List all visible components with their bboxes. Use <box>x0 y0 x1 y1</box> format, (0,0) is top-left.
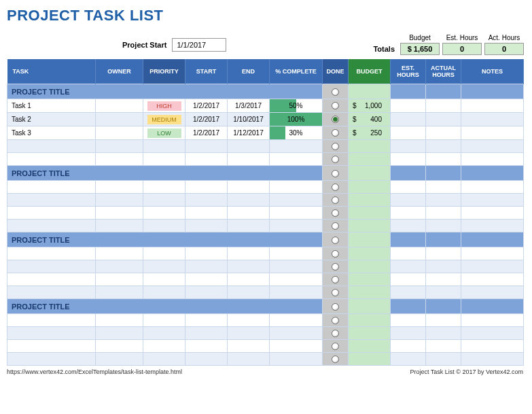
cell[interactable] <box>391 232 426 247</box>
cell[interactable] <box>270 181 323 194</box>
budget-cell[interactable] <box>349 299 391 314</box>
cell[interactable] <box>391 153 426 166</box>
cell[interactable] <box>349 194 391 207</box>
cell[interactable] <box>185 273 228 286</box>
cell[interactable] <box>391 353 426 366</box>
priority-cell[interactable]: LOW <box>143 126 185 140</box>
cell[interactable] <box>96 260 143 273</box>
cell[interactable] <box>391 247 426 260</box>
cell[interactable] <box>461 153 524 166</box>
cell[interactable] <box>185 340 228 353</box>
cell[interactable] <box>461 232 524 247</box>
radio-icon[interactable] <box>332 116 339 123</box>
cell[interactable] <box>461 353 524 366</box>
radio-icon[interactable] <box>332 250 339 258</box>
end-cell[interactable]: 1/12/2017 <box>228 126 270 140</box>
cell[interactable] <box>461 194 524 207</box>
cell[interactable] <box>270 286 323 299</box>
cell[interactable] <box>349 181 391 194</box>
done-cell[interactable] <box>323 299 349 314</box>
cell[interactable] <box>185 247 228 260</box>
cell[interactable] <box>391 286 426 299</box>
cell[interactable] <box>7 327 96 340</box>
cell[interactable] <box>323 220 349 232</box>
cell[interactable] <box>143 286 185 299</box>
cell[interactable] <box>461 286 524 299</box>
cell[interactable] <box>349 340 391 353</box>
cell[interactable] <box>143 273 185 286</box>
cell[interactable] <box>426 166 461 181</box>
radio-icon[interactable] <box>332 170 339 177</box>
cell[interactable] <box>228 153 270 166</box>
cell[interactable] <box>391 340 426 353</box>
radio-icon[interactable] <box>332 88 339 96</box>
cell[interactable] <box>323 207 349 220</box>
cell[interactable] <box>349 207 391 220</box>
owner-cell[interactable] <box>96 99 143 113</box>
cell[interactable] <box>228 220 270 232</box>
cell[interactable] <box>461 140 524 153</box>
cell[interactable] <box>185 181 228 194</box>
act-cell[interactable] <box>426 99 461 113</box>
cell[interactable] <box>96 327 143 340</box>
radio-icon[interactable] <box>332 276 339 283</box>
cell[interactable] <box>228 207 270 220</box>
radio-icon[interactable] <box>332 303 339 311</box>
cell[interactable] <box>270 327 323 340</box>
section-title[interactable]: PROJECT TITLE <box>7 166 323 181</box>
cell[interactable] <box>461 260 524 273</box>
cell[interactable] <box>96 153 143 166</box>
cell[interactable] <box>349 153 391 166</box>
priority-cell[interactable]: HIGH <box>143 99 185 113</box>
budget-cell[interactable] <box>349 84 391 99</box>
cell[interactable] <box>143 327 185 340</box>
radio-icon[interactable] <box>332 356 339 363</box>
radio-icon[interactable] <box>332 237 339 244</box>
task-name-cell[interactable]: Task 1 <box>7 99 96 113</box>
cell[interactable] <box>228 260 270 273</box>
cell[interactable] <box>143 260 185 273</box>
radio-icon[interactable] <box>332 343 339 350</box>
est-cell[interactable] <box>391 126 426 140</box>
budget-cell[interactable]: $1,000 <box>349 99 391 113</box>
cell[interactable] <box>143 207 185 220</box>
cell[interactable] <box>426 260 461 273</box>
radio-icon[interactable] <box>332 156 339 163</box>
cell[interactable] <box>461 84 524 99</box>
cell[interactable] <box>391 314 426 327</box>
radio-icon[interactable] <box>332 209 339 217</box>
cell[interactable] <box>391 327 426 340</box>
cell[interactable] <box>349 260 391 273</box>
priority-cell[interactable]: MEDIUM <box>143 113 185 126</box>
cell[interactable] <box>228 353 270 366</box>
cell[interactable] <box>228 273 270 286</box>
cell[interactable] <box>323 194 349 207</box>
cell[interactable] <box>7 194 96 207</box>
cell[interactable] <box>185 260 228 273</box>
cell[interactable] <box>349 273 391 286</box>
cell[interactable] <box>349 140 391 153</box>
done-cell[interactable] <box>323 166 349 181</box>
task-name-cell[interactable]: Task 3 <box>7 126 96 140</box>
cell[interactable] <box>228 314 270 327</box>
cell[interactable] <box>7 273 96 286</box>
cell[interactable] <box>391 166 426 181</box>
cell[interactable] <box>185 286 228 299</box>
cell[interactable] <box>461 166 524 181</box>
cell[interactable] <box>228 194 270 207</box>
cell[interactable] <box>143 153 185 166</box>
radio-icon[interactable] <box>332 222 339 230</box>
cell[interactable] <box>391 140 426 153</box>
cell[interactable] <box>391 84 426 99</box>
pct-cell[interactable]: 30% <box>270 126 323 140</box>
cell[interactable] <box>143 340 185 353</box>
cell[interactable] <box>96 140 143 153</box>
budget-cell[interactable]: $250 <box>349 126 391 140</box>
radio-icon[interactable] <box>332 317 339 324</box>
radio-icon[interactable] <box>332 330 339 337</box>
cell[interactable] <box>7 340 96 353</box>
cell[interactable] <box>461 314 524 327</box>
cell[interactable] <box>228 140 270 153</box>
cell[interactable] <box>228 286 270 299</box>
cell[interactable] <box>185 314 228 327</box>
